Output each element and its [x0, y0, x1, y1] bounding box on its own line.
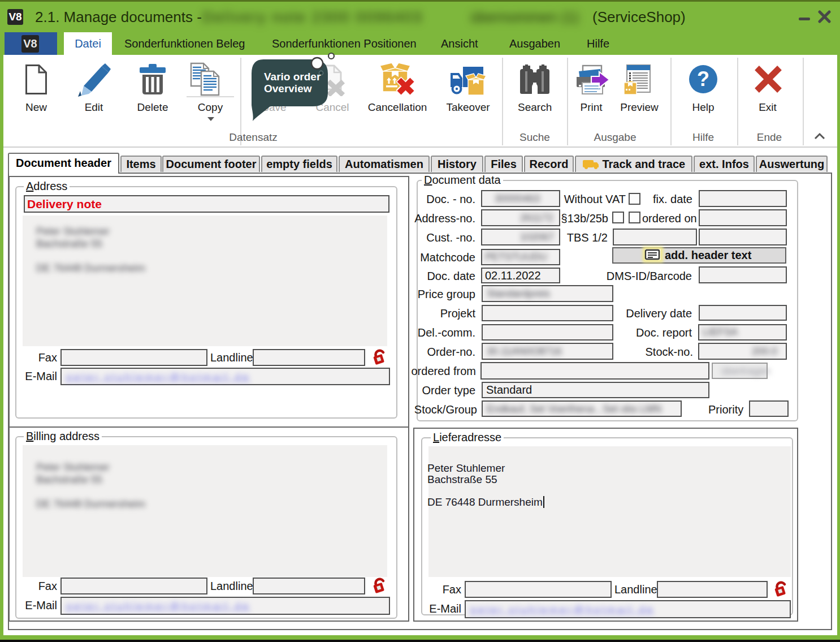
svg-text:Vario order: Vario order [264, 71, 321, 83]
svg-text:?: ? [697, 67, 709, 91]
svg-text:Overview: Overview [264, 83, 312, 94]
